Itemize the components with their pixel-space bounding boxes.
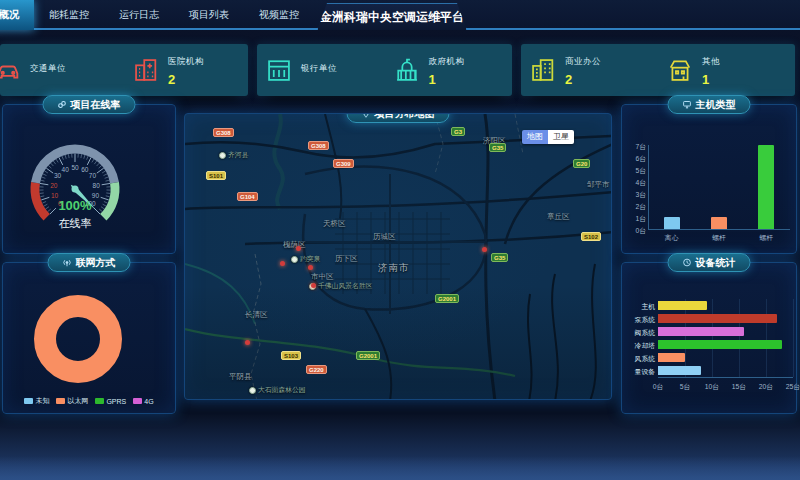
nav-tab-4[interactable]: 视频监控	[244, 0, 314, 30]
legend-item[interactable]: GPRS	[95, 396, 126, 406]
x-axis	[658, 377, 793, 378]
place-label: 天桥区	[323, 219, 346, 229]
y-tick-label: 3台	[624, 190, 646, 200]
svg-text:20: 20	[50, 182, 58, 189]
place-label: 平阴县	[229, 372, 252, 382]
road-badge: G104	[237, 192, 258, 201]
bank-icon	[265, 56, 293, 84]
map-mode-button[interactable]: 地图	[522, 130, 548, 144]
x-tick-label: 25台	[781, 382, 800, 392]
stat-value: 2	[565, 72, 601, 87]
road-badge: G35	[489, 143, 506, 152]
x-category-label: 螺杆	[699, 233, 739, 243]
panel-project-map[interactable]: 项目分布地图 G308G308G309G104S101G3G35G20S102G…	[184, 113, 612, 400]
nav-tab-1[interactable]: 能耗监控	[34, 0, 104, 30]
poi-name: 齐河县	[228, 150, 248, 160]
y-tick-label: 0台	[624, 226, 646, 236]
signal-icon	[63, 258, 72, 267]
road-badge: S103	[281, 351, 301, 360]
project-marker[interactable]	[482, 247, 487, 252]
legend-item[interactable]: 4G	[133, 396, 153, 406]
legend-swatch	[133, 398, 142, 404]
panel-title: 设备统计	[696, 256, 736, 270]
stat-text: 交通单位	[30, 61, 66, 79]
row-label: 主机	[622, 302, 655, 312]
stat-label: 银行单位	[301, 63, 337, 75]
road-badge: S101	[206, 171, 226, 180]
stat-item: 银行单位	[257, 44, 385, 96]
hbar-5	[658, 366, 701, 375]
hospital-icon	[132, 56, 160, 84]
hbar-3	[658, 340, 782, 349]
panel-title: 项目在线率	[71, 98, 121, 112]
office-icon	[529, 56, 557, 84]
panel-title: 联网方式	[76, 256, 116, 270]
legend-item[interactable]: 未知	[24, 396, 49, 406]
row-label: 风系统	[622, 354, 655, 364]
stat-text: 政府机构1	[429, 54, 465, 87]
poi-label: 千佛山风景名胜区	[309, 281, 372, 291]
svg-text:80: 80	[93, 182, 101, 189]
stat-label: 其他	[702, 56, 720, 68]
hbar-2	[658, 327, 744, 336]
svg-text:在线率: 在线率	[59, 217, 92, 229]
x-axis	[648, 229, 790, 230]
nav-tab-3[interactable]: 项目列表	[174, 0, 244, 30]
svg-text:50: 50	[71, 164, 79, 171]
stat-value: 2	[168, 72, 204, 87]
panel-network-mode: 联网方式 未知以太网GPRS4G	[2, 262, 176, 414]
stat-item: 医院机构2	[124, 44, 248, 96]
x-tick-label: 0台	[646, 382, 670, 392]
row-label: 阀系统	[622, 328, 655, 338]
road-badge: G308	[213, 128, 234, 137]
project-marker[interactable]	[296, 246, 301, 251]
poi-label: 趵突泉	[291, 254, 320, 264]
nav-tab-2[interactable]: 运行日志	[104, 0, 174, 30]
panel-online-rate-header: 项目在线率	[43, 95, 136, 114]
stat-card-office-other: 商业办公2其他1	[521, 44, 795, 96]
svg-text:100%: 100%	[58, 198, 92, 213]
hbar-0	[658, 301, 707, 310]
road-badge: G35	[491, 253, 508, 262]
panel-host-header: 主机类型	[668, 95, 751, 114]
panel-online-rate: 项目在线率 0102030405060708090100100%在线率	[2, 104, 176, 254]
y-axis	[648, 145, 649, 229]
road-badge: G3	[451, 127, 465, 136]
legend-label: 4G	[144, 398, 153, 405]
panel-map-header: 项目分布地图	[347, 113, 450, 123]
stat-label: 交通单位	[30, 63, 66, 75]
network-donut-ring	[34, 295, 122, 383]
place-label: 槐荫区	[283, 240, 306, 250]
map-type-toggle: 地图卫星	[522, 130, 574, 144]
satellite-mode-button[interactable]: 卫星	[548, 130, 574, 144]
link-icon	[58, 100, 67, 109]
stat-label: 政府机构	[429, 56, 465, 68]
road-badge: S102	[581, 232, 601, 241]
project-marker[interactable]	[280, 261, 285, 266]
government-icon	[393, 56, 421, 84]
project-marker[interactable]	[245, 340, 250, 345]
bar-1	[711, 217, 727, 229]
panel-host-type: 主机类型 0台1台2台3台4台5台6台7台离心螺杆螺杆	[621, 104, 797, 254]
y-tick-label: 1台	[624, 214, 646, 224]
legend-swatch	[56, 398, 65, 404]
hbar-4	[658, 353, 685, 362]
nav-tab-0[interactable]: 概况	[0, 0, 34, 30]
panel-network-header: 联网方式	[48, 253, 131, 272]
poi-label: 齐河县	[219, 150, 248, 160]
poi-label: 大石崮森林公园	[249, 385, 306, 395]
map-pin-icon	[362, 113, 371, 118]
road-badge: G308	[308, 141, 329, 150]
road-badge: G2001	[356, 351, 380, 360]
stat-text: 银行单位	[301, 61, 337, 79]
poi-marker-icon	[291, 256, 298, 263]
stat-value: 1	[429, 72, 465, 87]
panel-device-header: 设备统计	[668, 253, 751, 272]
top-navbar: 概况能耗监控运行日志项目列表视频监控 金洲科瑞中央空调运维平台	[0, 0, 800, 30]
legend-item[interactable]: 以太网	[56, 396, 88, 406]
y-tick-label: 2台	[624, 202, 646, 212]
project-marker[interactable]	[311, 283, 316, 288]
x-gridline	[712, 299, 713, 377]
x-category-label: 离心	[652, 233, 692, 243]
project-marker[interactable]	[308, 265, 313, 270]
